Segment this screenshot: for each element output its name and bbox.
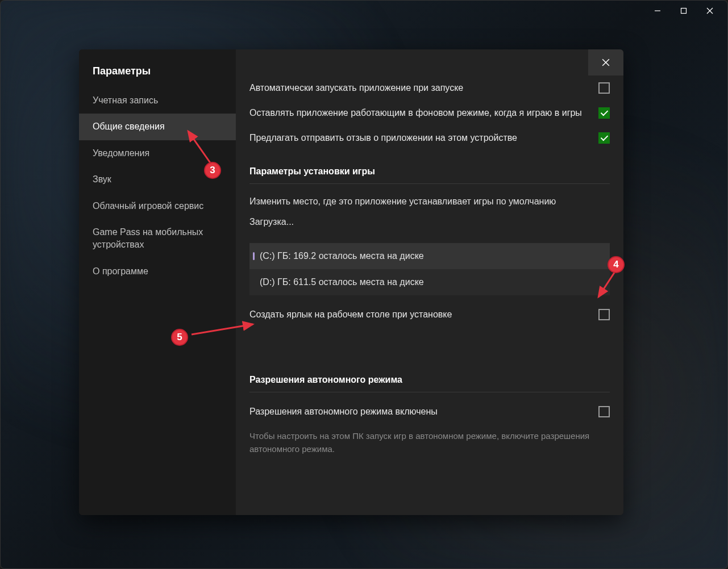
drive-option-c[interactable]: (C:) ГБ: 169.2 осталось места на диске	[249, 243, 610, 269]
sidebar: Параметры Учетная запись Общие сведения …	[79, 49, 236, 515]
annotation-badge-5: 5	[171, 329, 188, 346]
create-shortcut-label: Создать ярлык на рабочем столе при устан…	[249, 308, 585, 321]
drive-option-d[interactable]: (D:) ГБ: 611.5 осталось места на диске	[249, 269, 610, 295]
app-window: Параметры Учетная запись Общие сведения …	[0, 0, 728, 569]
keep-background-checkbox[interactable]	[598, 107, 610, 119]
sidebar-item-account[interactable]: Учетная запись	[79, 87, 236, 114]
keep-background-label: Оставлять приложение работающим в фоново…	[249, 106, 585, 120]
settings-dialog: Параметры Учетная запись Общие сведения …	[79, 49, 623, 515]
badge-5-label: 5	[171, 329, 188, 346]
divider	[249, 183, 610, 184]
install-section-title: Параметры установки игры	[249, 166, 610, 177]
sidebar-item-about[interactable]: О программе	[79, 258, 236, 284]
row-send-feedback: Предлагать отправить отзыв о приложении …	[249, 131, 610, 145]
sidebar-item-gamepass-mobile[interactable]: Game Pass на мобильных устройствах	[79, 219, 236, 258]
send-feedback-label: Предлагать отправить отзыв о приложении …	[249, 131, 585, 145]
divider	[249, 392, 610, 392]
close-dialog-button[interactable]	[588, 49, 623, 76]
content-pane: Автоматически запускать приложение при з…	[236, 49, 623, 515]
dialog-title: Параметры	[79, 65, 236, 87]
offline-enabled-checkbox[interactable]	[598, 406, 610, 417]
offline-help-text: Чтобы настроить на этом ПК запуск игр в …	[249, 430, 610, 455]
badge-3-label: 3	[204, 162, 221, 179]
badge-4-label: 4	[608, 256, 625, 273]
row-keep-background: Оставлять приложение работающим в фоново…	[249, 106, 610, 120]
change-location-text: Изменить место, где это приложение устан…	[249, 196, 610, 207]
loading-text: Загрузка...	[249, 217, 610, 227]
auto-launch-label: Автоматически запускать приложение при з…	[249, 81, 585, 95]
row-create-shortcut: Создать ярлык на рабочем столе при устан…	[249, 308, 610, 321]
create-shortcut-checkbox[interactable]	[598, 309, 610, 320]
sidebar-item-cloud-gaming[interactable]: Облачный игровой сервис	[79, 193, 236, 219]
row-auto-launch: Автоматически запускать приложение при з…	[249, 81, 610, 95]
annotation-badge-3: 3	[204, 162, 221, 179]
drive-list: (C:) ГБ: 169.2 осталось места на диске (…	[249, 243, 610, 295]
row-offline-enabled: Разрешения автономного режима включены	[249, 405, 610, 419]
offline-section-title: Разрешения автономного режима	[249, 375, 610, 385]
annotation-badge-4: 4	[608, 256, 625, 273]
sidebar-item-general[interactable]: Общие сведения	[79, 114, 236, 140]
send-feedback-checkbox[interactable]	[598, 132, 610, 144]
offline-enabled-label: Разрешения автономного режима включены	[249, 405, 585, 419]
auto-launch-checkbox[interactable]	[598, 82, 610, 94]
